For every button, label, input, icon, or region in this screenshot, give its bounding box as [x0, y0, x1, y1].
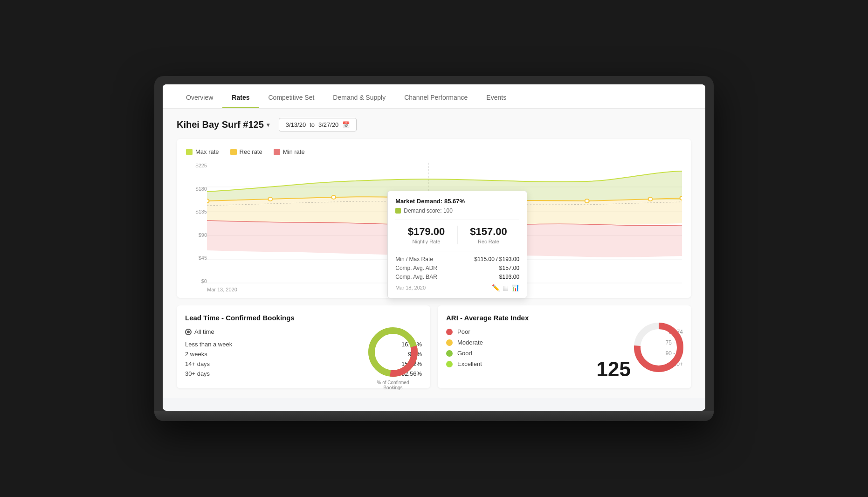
laptop-base: [154, 411, 714, 421]
rec-rate-color: [230, 149, 237, 155]
legend-max-rate: Max rate: [186, 148, 219, 155]
edit-icon[interactable]: ✏️: [492, 284, 500, 291]
chart-legend: Max rate Rec rate Min rate: [186, 148, 682, 155]
tooltip-details: Min / Max Rate $115.00 / $193.00 Comp. A…: [395, 251, 519, 280]
stat-less-week-label: Less than a week: [185, 341, 232, 348]
confirmed-bookings-donut: % of ConfirmedBookings: [365, 324, 421, 380]
rates-chart-container: Max rate Rec rate Min rate $225: [177, 139, 691, 298]
legend-max-label: Max rate: [195, 148, 219, 155]
donut-svg: [365, 324, 421, 380]
svg-point-15: [648, 197, 653, 201]
date-from: 3/13/20: [286, 121, 306, 128]
demand-score-icon: [395, 208, 401, 214]
y-label-225: $225: [186, 163, 207, 168]
detail-comp-adr-label: Comp. Avg. ADR: [395, 265, 437, 271]
tooltip-header: Market Demand: 85.67%: [395, 198, 519, 205]
ari-donut-svg: [631, 319, 687, 375]
date-to: 3/27/20: [318, 121, 338, 128]
chart-plot: Mar 13, 2020 Market Demand: 85.67% Deman…: [207, 163, 682, 293]
date-range-picker[interactable]: 3/13/20 to 3/27/20 📅: [279, 118, 357, 131]
tooltip-demand-label: Demand score: 100: [404, 207, 453, 214]
svg-point-8: [268, 197, 272, 201]
tooltip-demand: Demand score: 100: [395, 207, 519, 214]
rec-rate-box: $157.00 Rec Rate: [458, 226, 520, 244]
ari-donut: [631, 319, 687, 375]
chart-tooltip: Market Demand: 85.67% Demand score: 100 …: [387, 191, 527, 298]
tab-rates[interactable]: Rates: [222, 89, 259, 108]
tab-overview[interactable]: Overview: [177, 89, 222, 108]
donut-label: % of ConfirmedBookings: [377, 380, 409, 390]
chevron-down-icon: ▾: [267, 122, 269, 128]
bottom-panels: Lead Time - Confirmed Bookings All time …: [177, 305, 691, 388]
laptop-frame: Overview Rates Competitive Set Demand & …: [154, 76, 714, 421]
lead-time-filter-label: All time: [194, 328, 214, 335]
calendar-icon: 📅: [342, 121, 350, 128]
rec-rate-value: $157.00: [458, 226, 520, 238]
detail-comp-adr-value: $157.00: [499, 265, 519, 271]
tooltip-action-icons: ✏️ ▦ 📊: [492, 284, 519, 291]
lead-time-title: Lead Time - Confirmed Bookings: [185, 314, 422, 322]
chart-area: $225 $180 $135 $90 $45 $0: [186, 163, 682, 293]
tab-competitive-set[interactable]: Competitive Set: [259, 89, 324, 108]
y-label-180: $180: [186, 186, 207, 192]
radio-all-time-icon: [185, 329, 192, 335]
stat-2-weeks-label: 2 weeks: [185, 351, 207, 358]
detail-comp-adr: Comp. Avg. ADR $157.00: [395, 265, 519, 271]
property-selector[interactable]: Kihei Bay Surf #125 ▾: [177, 119, 269, 130]
tab-demand-supply[interactable]: Demand & Supply: [324, 89, 395, 108]
y-label-45: $45: [186, 255, 207, 261]
y-label-0: $0: [186, 278, 207, 284]
svg-point-14: [585, 199, 589, 203]
nav-tabs: Overview Rates Competitive Set Demand & …: [177, 89, 691, 108]
lead-time-panel: Lead Time - Confirmed Bookings All time …: [177, 305, 430, 388]
detail-min-max: Min / Max Rate $115.00 / $193.00: [395, 256, 519, 262]
tab-channel-performance[interactable]: Channel Performance: [395, 89, 477, 108]
chart-icon[interactable]: 📊: [511, 284, 519, 291]
stat-30-days-label: 30+ days: [185, 370, 210, 377]
tab-events[interactable]: Events: [477, 89, 516, 108]
min-rate-color: [274, 149, 280, 155]
legend-rec-label: Rec rate: [240, 148, 262, 155]
tooltip-footer: Mar 18, 2020 ✏️ ▦ 📊: [395, 284, 519, 291]
max-rate-color: [186, 149, 193, 155]
main-content: Kihei Bay Surf #125 ▾ 3/13/20 to 3/27/20…: [163, 109, 705, 398]
legend-min-rate: Min rate: [274, 148, 305, 155]
detail-comp-bar-label: Comp. Avg. BAR: [395, 274, 437, 280]
stat-14-days-label: 14+ days: [185, 360, 210, 367]
top-nav-bar: Overview Rates Competitive Set Demand & …: [163, 84, 705, 109]
property-name: Kihei Bay Surf #125: [177, 119, 264, 130]
nightly-rate-value: $179.00: [395, 226, 457, 238]
ari-panel: ARI - Average Rate Index Poor 0 - 74 Mod…: [438, 305, 691, 388]
legend-rec-rate: Rec rate: [230, 148, 262, 155]
tooltip-date: Mar 18, 2020: [395, 285, 426, 290]
detail-min-max-label: Min / Max Rate: [395, 256, 433, 262]
header-row: Kihei Bay Surf #125 ▾ 3/13/20 to 3/27/20…: [177, 118, 691, 131]
rec-rate-label: Rec Rate: [458, 239, 520, 244]
date-separator: to: [310, 121, 315, 128]
svg-point-16: [680, 196, 682, 200]
ari-excellent-dot: [446, 361, 453, 367]
y-axis: $225 $180 $135 $90 $45 $0: [186, 163, 207, 293]
detail-comp-bar-value: $193.00: [499, 274, 519, 280]
y-label-135: $135: [186, 209, 207, 214]
svg-point-9: [331, 195, 336, 199]
legend-min-label: Min rate: [283, 148, 305, 155]
y-label-90: $90: [186, 232, 207, 238]
ari-poor-dot: [446, 329, 453, 335]
screen: Overview Rates Competitive Set Demand & …: [163, 84, 705, 411]
ari-good-dot: [446, 350, 453, 357]
detail-comp-bar: Comp. Avg. BAR $193.00: [395, 274, 519, 280]
svg-point-7: [207, 199, 209, 203]
nightly-rate-box: $179.00 Nightly Rate: [395, 226, 458, 244]
nightly-rate-label: Nightly Rate: [395, 239, 457, 244]
ari-score: 125: [597, 358, 631, 381]
tooltip-rates: $179.00 Nightly Rate $157.00 Rec Rate: [395, 220, 519, 244]
ari-moderate-dot: [446, 339, 453, 346]
detail-min-max-value: $115.00 / $193.00: [474, 256, 519, 262]
table-icon[interactable]: ▦: [503, 284, 509, 291]
